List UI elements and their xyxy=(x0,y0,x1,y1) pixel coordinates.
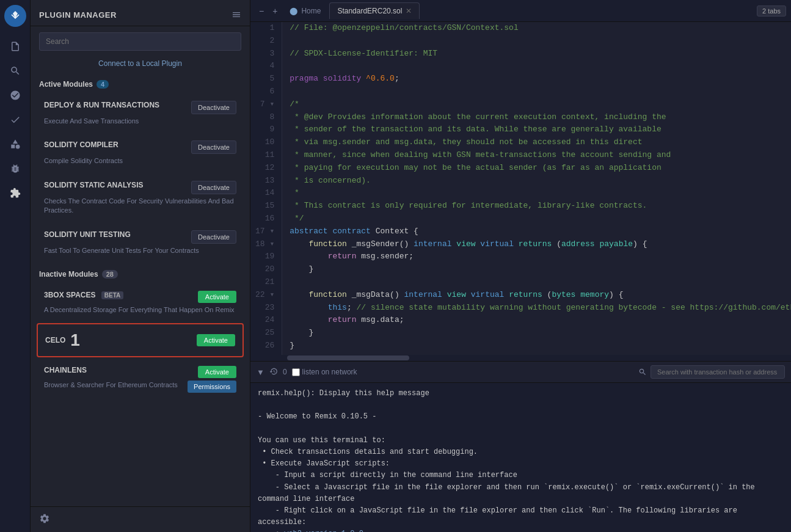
module-compiler-name: SOLIDITY COMPILER xyxy=(44,140,186,149)
inactive-modules-section-header: Inactive Modules 28 xyxy=(31,264,250,282)
terminal-usage-title: You can use this terminal to: xyxy=(258,436,385,445)
terminal-usage-1: Execute JavaScript scripts: xyxy=(271,459,390,468)
module-deploy-desc: Execute And Save Transactions xyxy=(44,117,236,126)
terminal-clock-button[interactable] xyxy=(269,367,278,377)
activate-chainlens-button[interactable]: Activate xyxy=(198,366,236,378)
module-card-unit-test: SOLIDITY UNIT TESTING Deactivate Fast To… xyxy=(37,224,244,261)
terminal-listen-text: listen on network xyxy=(302,368,357,376)
plugin-panel: PLUGIN MANAGER Connect to a Local Plugin… xyxy=(31,0,250,532)
terminal-usage-4: - Right click on a JavaScript file in th… xyxy=(258,506,737,527)
file-explorer-nav-icon[interactable] xyxy=(4,35,26,57)
terminal-tx-count: 0 xyxy=(283,368,287,376)
code-lines: // File: @openzeppelin/contracts/GSN/Con… xyxy=(282,22,791,355)
terminal-link-web3[interactable]: web3 version 1.0.0 xyxy=(284,530,363,532)
module-static-desc: Checks The Contract Code For Security Vu… xyxy=(44,197,236,216)
plugin-panel-header: PLUGIN MANAGER xyxy=(31,0,250,26)
terminal-search-input[interactable] xyxy=(651,365,785,379)
home-tab-icon: ⬤ xyxy=(290,7,297,15)
module-card-celo: CELO 1 Activate xyxy=(37,323,244,357)
celo-number: 1 xyxy=(70,330,80,350)
plugin-panel-title: PLUGIN MANAGER xyxy=(39,10,117,20)
svg-point-1 xyxy=(15,145,20,149)
inactive-modules-label: Inactive Modules xyxy=(39,270,98,279)
tabs-count[interactable]: 2 tabs xyxy=(757,5,786,16)
celo-left: CELO 1 xyxy=(45,330,80,350)
module-chainlens-name: CHAINLENS xyxy=(44,366,193,374)
module-card-static-header: SOLIDITY STATIC ANALYSIS Deactivate xyxy=(44,181,236,194)
icon-sidebar xyxy=(0,0,31,532)
search-container xyxy=(39,32,241,51)
module-card-static: SOLIDITY STATIC ANALYSIS Deactivate Chec… xyxy=(37,175,244,222)
zoom-out-button[interactable]: − xyxy=(255,4,268,18)
module-card-celo-header: CELO 1 Activate xyxy=(45,330,235,350)
terminal-usage-0: Check transactions details and start deb… xyxy=(271,448,478,456)
terminal-body[interactable]: remix.help(): Display this help message … xyxy=(250,383,791,532)
module-card-chainlens: CHAINLENS Activate Browser & Searcher Fo… xyxy=(37,360,244,399)
module-card-chainlens-header: CHAINLENS Activate xyxy=(44,366,236,378)
zoom-in-button[interactable]: + xyxy=(269,4,281,18)
settings-bar xyxy=(31,506,250,532)
code-content[interactable]: 1 2 3 4 5 6 7 ▾ 8 9 10 11 12 13 14 15 16… xyxy=(250,22,791,355)
module-compiler-desc: Compile Solidity Contracts xyxy=(44,156,236,166)
module-3box-desc: A Decentralized Storage For Everything T… xyxy=(44,305,236,315)
svg-rect-2 xyxy=(11,145,15,148)
deploy-nav-icon[interactable] xyxy=(4,133,26,155)
editor-area: − + ⬤ Home StandardERC20.sol ✕ 2 tabs 1 … xyxy=(250,0,791,532)
app-logo xyxy=(4,5,26,27)
module-unit-test-desc: Fast Tool To Generate Unit Tests For You… xyxy=(44,246,236,255)
module-card-compiler-header: SOLIDITY COMPILER Deactivate xyxy=(44,140,236,154)
module-chainlens-desc: Browser & Searcher For Ethereum Contract… xyxy=(44,381,183,390)
terminal: ▼ 0 listen on network remix.help(): Disp… xyxy=(250,361,791,532)
activate-3box-button[interactable]: Activate xyxy=(198,291,236,303)
beta-badge: BETA xyxy=(101,291,123,299)
active-modules-label: Active Modules xyxy=(39,80,93,89)
module-static-name: SOLIDITY STATIC ANALYSIS xyxy=(44,181,186,189)
active-modules-badge: 4 xyxy=(97,80,109,89)
module-3box-name: 3BOX SPACES BETA xyxy=(44,291,193,299)
terminal-listen-label[interactable]: listen on network xyxy=(292,368,357,376)
terminal-usage-2: - Input a script directly in the command… xyxy=(275,471,517,479)
inactive-modules-badge: 28 xyxy=(102,270,118,279)
module-card-deploy: DEPLOY & RUN TRANSACTIONS Deactivate Exe… xyxy=(37,95,244,132)
tab-erc20-label: StandardERC20.sol xyxy=(337,7,402,15)
module-card-unit-test-header: SOLIDITY UNIT TESTING Deactivate xyxy=(44,230,236,244)
search-input[interactable] xyxy=(39,32,241,51)
plugin-panel-body: Active Modules 4 DEPLOY & RUN TRANSACTIO… xyxy=(31,74,250,506)
debug-nav-icon[interactable] xyxy=(4,158,26,180)
search-nav-icon[interactable] xyxy=(4,60,26,82)
deactivate-compiler-button[interactable]: Deactivate xyxy=(191,140,236,154)
code-editor: 1 2 3 4 5 6 7 ▾ 8 9 10 11 12 13 14 15 16… xyxy=(250,22,791,361)
tab-home[interactable]: ⬤ Home xyxy=(282,3,328,19)
code-scrollbar[interactable] xyxy=(250,355,791,361)
module-unit-test-name: SOLIDITY UNIT TESTING xyxy=(44,230,186,239)
connect-local-link[interactable]: Connect to a Local Plugin xyxy=(98,59,182,68)
terminal-collapse-button[interactable]: ▼ xyxy=(257,368,264,377)
connect-local-container: Connect to a Local Plugin xyxy=(31,57,250,74)
terminal-usage-3: - Select a Javascript file in the file e… xyxy=(258,483,755,503)
terminal-search-icon xyxy=(638,368,647,376)
code-scrollbar-thumb xyxy=(287,355,409,360)
module-card-3box: 3BOX SPACES BETA Activate A Decentralize… xyxy=(37,285,244,321)
deactivate-deploy-button[interactable]: Deactivate xyxy=(191,101,236,114)
module-celo-name: CELO xyxy=(45,336,65,344)
settings-icon[interactable] xyxy=(39,513,50,524)
terminal-search xyxy=(638,365,785,379)
permissions-chainlens-button[interactable]: Permissions xyxy=(188,381,236,393)
terminal-toolbar: ▼ 0 listen on network xyxy=(250,362,791,383)
deactivate-static-button[interactable]: Deactivate xyxy=(191,181,236,194)
module-deploy-name: DEPLOY & RUN TRANSACTIONS xyxy=(44,101,186,109)
line-numbers: 1 2 3 4 5 6 7 ▾ 8 9 10 11 12 13 14 15 16… xyxy=(250,22,282,355)
module-card-deploy-header: DEPLOY & RUN TRANSACTIONS Deactivate xyxy=(44,101,236,114)
plugin-nav-icon[interactable] xyxy=(4,182,26,204)
terminal-welcome-message: - Welcome to Remix 0.10.5 - xyxy=(258,412,376,421)
menu-icon[interactable] xyxy=(231,10,241,20)
tab-close-icon[interactable]: ✕ xyxy=(406,7,412,15)
compile-nav-icon[interactable] xyxy=(4,109,26,131)
git-nav-icon[interactable] xyxy=(4,84,26,106)
tab-standarderc20[interactable]: StandardERC20.sol ✕ xyxy=(329,2,420,19)
active-modules-section-header: Active Modules 4 xyxy=(31,74,250,92)
tab-home-label: Home xyxy=(301,7,321,15)
deactivate-unit-test-button[interactable]: Deactivate xyxy=(191,230,236,244)
activate-celo-button[interactable]: Activate xyxy=(197,334,235,346)
terminal-listen-checkbox[interactable] xyxy=(292,368,300,376)
